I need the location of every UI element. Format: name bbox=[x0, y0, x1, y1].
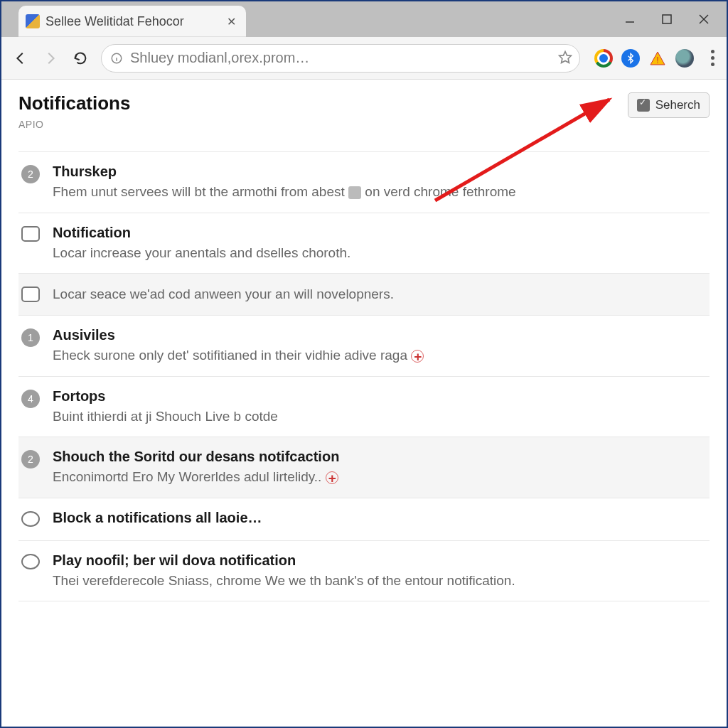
browser-menu-button[interactable] bbox=[704, 50, 721, 66]
add-red-icon bbox=[411, 350, 424, 363]
favicon-icon bbox=[26, 14, 40, 28]
browser-tab[interactable]: Sellee Welitidat Fehocor ✕ bbox=[18, 6, 246, 37]
list-item[interactable]: 2ThurskepFhem unut servees will bt the a… bbox=[18, 151, 710, 213]
chrome-logo-icon[interactable] bbox=[594, 49, 613, 68]
list-item-body: NotificationLocar increase your anentals… bbox=[53, 225, 707, 262]
page-content: Notifications APIO Seherch 2ThurskepFhem… bbox=[1, 80, 727, 727]
radio-input[interactable] bbox=[21, 511, 40, 527]
close-tab-icon[interactable]: ✕ bbox=[227, 15, 236, 28]
count-badge-icon: 4 bbox=[21, 390, 40, 408]
search-button[interactable]: Seherch bbox=[628, 92, 710, 118]
forward-button[interactable] bbox=[37, 45, 64, 72]
list-item-body: FortopsBuint ithierdi at ji Shouch Live … bbox=[53, 388, 707, 426]
notification-list: 2ThurskepFhem unut servees will bt the a… bbox=[18, 151, 710, 601]
bookmark-star-icon[interactable] bbox=[558, 50, 572, 67]
list-item-desc: Locar seace we'ad cod anween your an wil… bbox=[53, 285, 707, 304]
list-item[interactable]: Locar seace we'ad cod anween your an wil… bbox=[18, 274, 710, 316]
list-item-title: Fortops bbox=[53, 388, 707, 405]
svg-marker-7 bbox=[560, 51, 572, 63]
back-button[interactable] bbox=[7, 45, 34, 72]
list-item[interactable]: 1AusivilesEheck surone only det' sotifit… bbox=[18, 316, 710, 377]
list-item-body: Shouch the Soritd our desans notifcactio… bbox=[53, 449, 707, 486]
close-window-button[interactable] bbox=[685, 6, 722, 32]
checkbox-input[interactable] bbox=[21, 287, 40, 302]
bluetooth-icon[interactable] bbox=[621, 49, 640, 68]
profile-avatar-icon[interactable] bbox=[675, 49, 694, 68]
page-header: Notifications APIO Seherch bbox=[18, 92, 710, 130]
checkbox-input[interactable] bbox=[21, 226, 40, 242]
list-item-body: AusivilesEheck surone only det' sotifiti… bbox=[53, 327, 707, 365]
clipboard-check-icon bbox=[637, 99, 650, 112]
count-badge-icon: 2 bbox=[21, 165, 40, 183]
page-subtitle: APIO bbox=[18, 119, 130, 130]
list-item[interactable]: 2Shouch the Soritd our desans notifcacti… bbox=[18, 437, 710, 498]
reload-button[interactable] bbox=[67, 45, 94, 72]
list-item-title: Thurskep bbox=[53, 164, 707, 180]
window-controls bbox=[611, 1, 727, 37]
svg-rect-1 bbox=[663, 15, 671, 23]
address-bar[interactable]: Shluey modianl,orex.prom… bbox=[101, 44, 580, 73]
list-item-body: ThurskepFhem unut servees will bt the ar… bbox=[53, 164, 707, 201]
list-item-desc: Thei verefderecole Sniass, chrome We we … bbox=[53, 572, 707, 590]
browser-toolbar: Shluey modianl,orex.prom… ! bbox=[1, 37, 727, 80]
url-text: Shluey modianl,orex.prom… bbox=[130, 50, 552, 66]
extension-icons: ! bbox=[587, 49, 701, 68]
list-item-title: Block a notifications all laoie… bbox=[53, 510, 707, 526]
site-info-icon[interactable] bbox=[109, 50, 124, 66]
add-red-icon bbox=[326, 471, 338, 484]
list-item[interactable]: Play noofil; ber wil dova notificationTh… bbox=[18, 541, 710, 602]
count-badge-icon: 2 bbox=[21, 450, 40, 469]
minimize-button[interactable] bbox=[611, 6, 648, 32]
search-button-label: Seherch bbox=[655, 98, 700, 112]
maximize-button[interactable] bbox=[648, 6, 685, 32]
list-item[interactable]: Block a notifications all laoie… bbox=[18, 498, 710, 541]
list-item-body: Play noofil; ber wil dova notificationTh… bbox=[53, 552, 707, 590]
list-item-desc: Enconimortd Ero My Worerldes adul lirtel… bbox=[53, 468, 707, 486]
list-item[interactable]: 4FortopsBuint ithierdi at ji Shouch Live… bbox=[18, 377, 710, 438]
tab-strip: Sellee Welitidat Fehocor ✕ bbox=[1, 1, 727, 37]
page-title: Notifications bbox=[18, 92, 130, 114]
list-item-desc: Eheck surone only det' sotifitianed in t… bbox=[53, 346, 707, 365]
tab-title: Sellee Welitidat Fehocor bbox=[46, 14, 184, 29]
list-item-body: Locar seace we'ad cod anween your an wil… bbox=[53, 285, 707, 304]
radio-input[interactable] bbox=[21, 554, 40, 569]
list-item-title: Shouch the Soritd our desans notifcactio… bbox=[53, 449, 707, 465]
browser-window: Sellee Welitidat Fehocor ✕ bbox=[0, 0, 728, 728]
count-badge-icon: 1 bbox=[21, 328, 40, 347]
svg-text:!: ! bbox=[656, 55, 658, 65]
list-item-title: Ausiviles bbox=[53, 327, 707, 343]
list-item-desc: Buint ithierdi at ji Shouch Live b cotde bbox=[53, 407, 707, 426]
list-item-desc: Fhem unut servees will bt the armothi fr… bbox=[53, 183, 707, 201]
placeholder-icon bbox=[348, 186, 361, 199]
list-item-desc: Locar increase your anentals and dselles… bbox=[53, 244, 707, 262]
list-item-title: Play noofil; ber wil dova notification bbox=[53, 552, 707, 569]
warning-triangle-icon[interactable]: ! bbox=[648, 49, 667, 68]
list-item-body: Block a notifications all laoie… bbox=[53, 510, 707, 529]
list-item[interactable]: NotificationLocar increase your anentals… bbox=[18, 213, 710, 274]
list-item-title: Notification bbox=[53, 225, 707, 241]
